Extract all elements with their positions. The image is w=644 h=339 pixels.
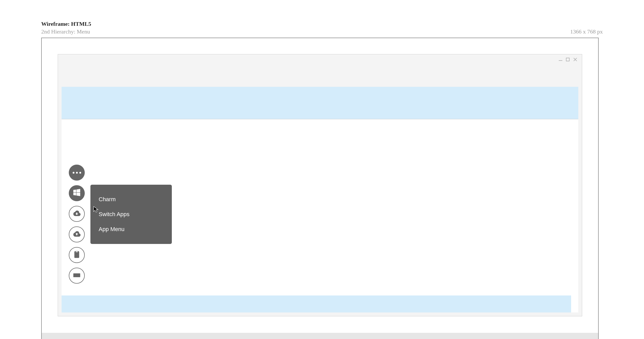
maximize-button[interactable] xyxy=(566,58,570,61)
more-button[interactable] xyxy=(69,165,85,181)
cloud-upload-icon xyxy=(73,230,81,239)
wireframe-title: Wireframe: HTML5 xyxy=(41,21,91,27)
window-controls xyxy=(559,57,577,62)
cloud-download-icon xyxy=(73,209,81,218)
keyboard-icon xyxy=(73,271,81,280)
content-main: Charm Switch Apps App Menu xyxy=(62,119,571,295)
app-window: Charm Switch Apps App Menu xyxy=(58,54,582,316)
dimensions-label: 1366 x 768 px xyxy=(570,28,603,35)
taskbar xyxy=(42,333,598,339)
hierarchy-label: 2nd Hierarchy: Menu xyxy=(41,28,91,35)
menu-item-charm[interactable]: Charm xyxy=(90,192,172,207)
clipboard-icon xyxy=(73,250,81,260)
menu-item-app-menu[interactable]: App Menu xyxy=(90,222,172,237)
meta-header: Wireframe: HTML5 2nd Hierarchy: Menu 136… xyxy=(41,21,603,35)
ribbon-top xyxy=(62,87,578,119)
close-button[interactable] xyxy=(573,57,577,62)
windows-button[interactable] xyxy=(69,185,85,201)
more-icon xyxy=(73,172,81,174)
cloud-download-button[interactable] xyxy=(69,206,85,222)
ribbon-bottom xyxy=(62,295,571,312)
cloud-upload-button[interactable] xyxy=(69,226,85,242)
menu-item-switch-apps[interactable]: Switch Apps xyxy=(90,207,172,222)
popup-menu: Charm Switch Apps App Menu xyxy=(90,185,172,244)
content-area: Charm Switch Apps App Menu xyxy=(62,87,578,312)
minimize-button[interactable] xyxy=(559,58,562,61)
windows-icon xyxy=(73,189,81,198)
keyboard-button[interactable] xyxy=(69,268,85,284)
vertical-toolbar xyxy=(69,165,85,284)
canvas-frame: Charm Switch Apps App Menu xyxy=(41,38,599,339)
clipboard-button[interactable] xyxy=(69,247,85,263)
